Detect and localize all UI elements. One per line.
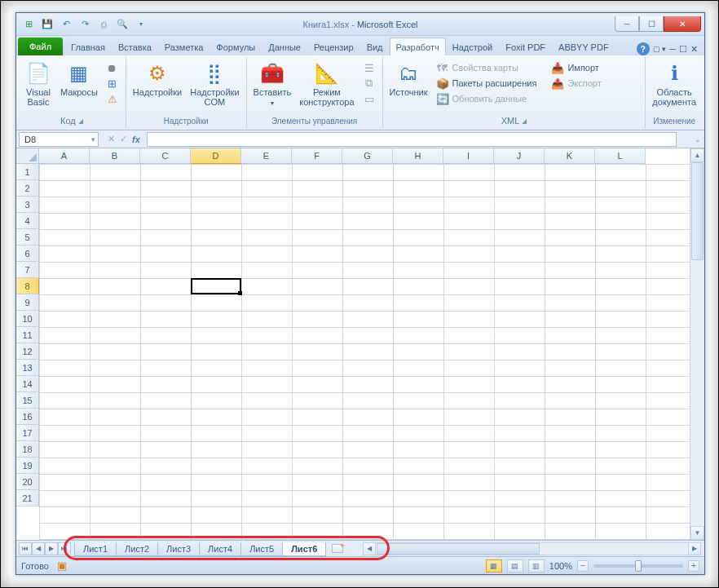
col-header-F[interactable]: F bbox=[292, 148, 342, 164]
run-dialog-button[interactable]: ▭ bbox=[360, 91, 379, 106]
map-props-button[interactable]: 🗺Свойства карты bbox=[433, 60, 540, 75]
sheet-tab-4[interactable]: Лист4 bbox=[199, 542, 241, 556]
tab-formulas[interactable]: Формулы bbox=[210, 38, 262, 55]
sheet-next-icon[interactable]: ▶ bbox=[45, 542, 58, 555]
tab-data[interactable]: Данные bbox=[262, 38, 307, 55]
col-header-H[interactable]: H bbox=[393, 148, 443, 164]
column-headers[interactable]: ABCDEFGHIJKL bbox=[39, 148, 690, 164]
sheet-first-icon[interactable]: ⏮ bbox=[19, 542, 32, 555]
row-header-11[interactable]: 11 bbox=[16, 327, 39, 343]
expand-formula-bar-icon[interactable]: ⌄ bbox=[691, 135, 704, 144]
xml-export-button[interactable]: 📤Экспорт bbox=[548, 76, 604, 91]
tab-foxit[interactable]: Foxit PDF bbox=[499, 38, 552, 55]
row-header-17[interactable]: 17 bbox=[16, 425, 39, 441]
row-header-15[interactable]: 15 bbox=[16, 392, 39, 409]
col-header-C[interactable]: C bbox=[140, 148, 191, 164]
com-addins-button[interactable]: ⣿ Надстройки COM bbox=[187, 59, 242, 108]
refresh-data-button[interactable]: 🔄Обновить данные bbox=[433, 91, 540, 106]
mdi-close-icon[interactable]: ✕ bbox=[690, 44, 698, 55]
page-layout-view-button[interactable]: ▤ bbox=[507, 559, 523, 573]
close-button[interactable]: ✕ bbox=[664, 16, 701, 32]
worksheet-grid[interactable]: ABCDEFGHIJKL 123456789101112131415161718… bbox=[16, 148, 704, 540]
col-header-L[interactable]: L bbox=[595, 148, 646, 164]
col-header-G[interactable]: G bbox=[342, 148, 393, 164]
horizontal-scrollbar[interactable]: ◀ ▶ bbox=[363, 542, 701, 555]
sheet-tab-2[interactable]: Лист2 bbox=[116, 542, 158, 556]
row-header-8[interactable]: 8 bbox=[16, 278, 39, 294]
hscroll-thumb[interactable] bbox=[377, 543, 540, 555]
redo-icon[interactable]: ↷ bbox=[76, 15, 94, 33]
row-header-6[interactable]: 6 bbox=[16, 245, 39, 262]
row-header-2[interactable]: 2 bbox=[16, 180, 39, 197]
col-header-K[interactable]: K bbox=[545, 148, 595, 164]
document-panel-button[interactable]: ℹ Область документа bbox=[649, 59, 699, 108]
col-header-B[interactable]: B bbox=[90, 148, 140, 164]
scroll-down-icon[interactable]: ▼ bbox=[690, 526, 704, 540]
properties-button[interactable]: ☰ bbox=[360, 60, 379, 75]
row-header-7[interactable]: 7 bbox=[16, 262, 39, 278]
xml-source-button[interactable]: 🗂 Источник bbox=[386, 59, 431, 99]
col-header-E[interactable]: E bbox=[241, 148, 292, 164]
sheet-last-icon[interactable]: ⏭ bbox=[58, 542, 71, 555]
row-header-21[interactable]: 21 bbox=[16, 490, 39, 506]
tab-view[interactable]: Вид bbox=[360, 38, 390, 55]
zoom-out-button[interactable]: − bbox=[577, 560, 589, 572]
macro-record-status-icon[interactable]: ▣ bbox=[55, 559, 68, 573]
normal-view-button[interactable]: ▦ bbox=[486, 559, 502, 573]
row-header-19[interactable]: 19 bbox=[16, 458, 39, 474]
tab-home[interactable]: Главная bbox=[64, 38, 112, 55]
row-header-18[interactable]: 18 bbox=[16, 441, 39, 458]
expansion-packs-button[interactable]: 📦Пакеты расширения bbox=[433, 76, 540, 91]
minimize-button[interactable]: ─ bbox=[615, 16, 639, 32]
tab-addins[interactable]: Надстрой bbox=[446, 38, 499, 55]
macros-button[interactable]: ▦ Макросы bbox=[57, 59, 101, 99]
addins-button[interactable]: ⚙ Надстройки bbox=[130, 59, 185, 99]
row-header-4[interactable]: 4 bbox=[16, 213, 39, 229]
tab-developer[interactable]: Разработч bbox=[390, 38, 446, 55]
cells-area[interactable] bbox=[39, 164, 690, 540]
macro-security-button[interactable]: ⚠ bbox=[103, 91, 122, 106]
help-icon[interactable]: ? bbox=[637, 42, 650, 55]
scroll-up-icon[interactable]: ▲ bbox=[690, 148, 704, 162]
scroll-left-icon[interactable]: ◀ bbox=[363, 542, 376, 555]
row-headers[interactable]: 123456789101112131415161718192021 bbox=[16, 164, 39, 540]
view-code-button[interactable]: ⧉ bbox=[360, 76, 379, 91]
excel-icon[interactable]: ⊞ bbox=[20, 15, 37, 33]
insert-controls-button[interactable]: 🧰 Вставить▾ bbox=[250, 59, 295, 110]
xml-import-button[interactable]: 📥Импорт bbox=[548, 60, 604, 75]
row-header-5[interactable]: 5 bbox=[16, 229, 39, 245]
zoom-in-button[interactable]: + bbox=[688, 560, 699, 572]
page-break-view-button[interactable]: ▥ bbox=[528, 559, 545, 573]
sheet-tab-1[interactable]: Лист1 bbox=[74, 542, 117, 556]
dialog-launcher-icon[interactable]: ◢ bbox=[522, 117, 527, 125]
row-header-9[interactable]: 9 bbox=[16, 294, 39, 311]
design-mode-button[interactable]: 📐 Режим конструктора bbox=[296, 59, 357, 108]
print-icon[interactable]: ⎙ bbox=[95, 15, 112, 33]
mdi-restore-icon[interactable]: ☐ bbox=[679, 44, 687, 55]
scroll-right-icon[interactable]: ▶ bbox=[688, 542, 701, 555]
preview-icon[interactable]: 🔍 bbox=[113, 15, 131, 33]
col-header-A[interactable]: A bbox=[39, 148, 90, 164]
zoom-slider[interactable] bbox=[593, 564, 683, 568]
new-sheet-button[interactable] bbox=[329, 542, 346, 555]
tab-layout[interactable]: Разметка bbox=[158, 38, 210, 55]
name-box[interactable]: D8 bbox=[19, 132, 99, 147]
mdi-minimize-icon[interactable]: ─ bbox=[669, 44, 676, 54]
row-header-13[interactable]: 13 bbox=[16, 360, 39, 376]
fx-icon[interactable]: fx bbox=[132, 135, 140, 144]
maximize-button[interactable]: ☐ bbox=[639, 16, 664, 32]
ribbon-minimize-icon[interactable]: ▢ ▾ bbox=[653, 45, 667, 53]
select-all-corner[interactable] bbox=[16, 148, 39, 164]
tab-review[interactable]: Рецензир bbox=[307, 38, 360, 55]
tab-insert[interactable]: Вставка bbox=[112, 38, 158, 55]
sheet-tab-5[interactable]: Лист5 bbox=[240, 542, 283, 556]
save-icon[interactable]: 💾 bbox=[38, 15, 56, 33]
row-header-3[interactable]: 3 bbox=[16, 197, 39, 213]
sheet-prev-icon[interactable]: ◀ bbox=[32, 542, 45, 555]
row-header-16[interactable]: 16 bbox=[16, 409, 39, 425]
active-cell[interactable] bbox=[191, 278, 241, 294]
zoom-level[interactable]: 100% bbox=[549, 561, 572, 571]
col-header-D[interactable]: D bbox=[191, 148, 241, 164]
visual-basic-button[interactable]: 📄 Visual Basic bbox=[21, 59, 55, 108]
row-header-10[interactable]: 10 bbox=[16, 311, 39, 327]
